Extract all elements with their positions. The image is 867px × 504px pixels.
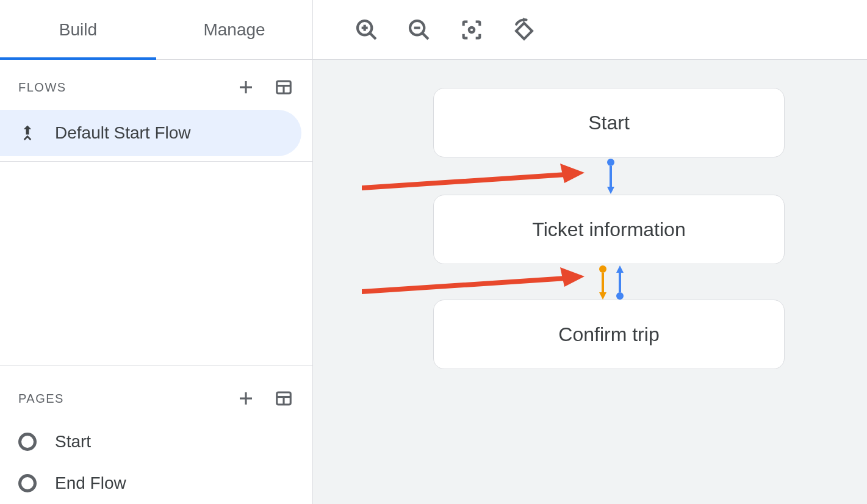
radio-icon [18, 433, 37, 451]
tab-manage-label: Manage [203, 20, 265, 40]
plus-icon [237, 389, 255, 408]
zoom-in-button[interactable] [353, 16, 380, 43]
add-page-button[interactable] [236, 388, 256, 409]
merge-icon [18, 124, 37, 142]
plus-icon [237, 78, 255, 96]
node-label: Confirm trip [558, 323, 659, 346]
svg-marker-21 [607, 187, 614, 194]
reset-rotation-button[interactable] [511, 16, 538, 43]
main-area: Build Manage FLOWS [0, 0, 867, 504]
svg-point-19 [607, 159, 614, 166]
pages-title: PAGES [18, 392, 64, 406]
connector-ticket-to-confirm-down [597, 264, 609, 301]
node-label: Start [588, 112, 630, 134]
page-item-end-flow[interactable]: End Flow [0, 463, 312, 504]
tabs: Build Manage [0, 0, 312, 60]
pages-header: PAGES [0, 371, 312, 421]
connector-start-to-ticket [605, 157, 617, 195]
sidebar: Build Manage FLOWS [0, 0, 313, 504]
svg-marker-31 [560, 267, 585, 287]
tab-manage[interactable]: Manage [156, 0, 312, 59]
tab-build[interactable]: Build [0, 0, 156, 59]
svg-point-27 [616, 292, 624, 300]
right-side: Start Ticket information Confirm trip [313, 0, 867, 504]
node-ticket-information[interactable]: Ticket information [433, 195, 785, 264]
canvas-toolbar [313, 0, 867, 60]
zoom-out-icon [407, 18, 431, 42]
pages-section: PAGES Start End Flow [0, 366, 312, 504]
annotation-arrow-1 [362, 164, 588, 200]
page-item-label: End Flow [55, 473, 126, 493]
flows-header: FLOWS [0, 60, 312, 110]
node-confirm-trip[interactable]: Confirm trip [433, 300, 785, 369]
add-flow-button[interactable] [236, 77, 256, 98]
svg-line-15 [422, 33, 428, 39]
table-icon [275, 78, 293, 96]
center-focus-icon [459, 18, 484, 42]
pages-table-button[interactable] [273, 388, 294, 409]
svg-point-22 [599, 265, 606, 273]
tab-build-label: Build [59, 20, 97, 40]
node-start[interactable]: Start [433, 88, 785, 157]
svg-marker-24 [599, 292, 606, 300]
table-icon [275, 389, 293, 408]
page-item-label: Start [55, 432, 91, 452]
annotation-arrow-2 [362, 267, 588, 304]
flows-title: FLOWS [18, 81, 67, 95]
connector-confirm-to-ticket-up [614, 264, 626, 301]
rotate-reset-icon [511, 16, 538, 43]
svg-point-17 [469, 27, 474, 32]
page-item-start[interactable]: Start [0, 421, 312, 463]
svg-line-30 [362, 278, 566, 292]
canvas[interactable]: Start Ticket information Confirm trip [313, 60, 867, 504]
zoom-out-button[interactable] [406, 16, 433, 43]
flows-actions [236, 77, 294, 98]
flows-table-button[interactable] [273, 77, 294, 98]
svg-line-28 [362, 175, 566, 188]
flows-section: FLOWS Default Start Flow [0, 60, 312, 162]
svg-marker-25 [616, 265, 624, 273]
svg-rect-18 [516, 23, 532, 38]
sidebar-spacer [0, 162, 312, 366]
svg-line-11 [370, 33, 376, 39]
radio-icon [18, 474, 37, 492]
svg-marker-29 [560, 164, 585, 183]
zoom-in-icon [354, 18, 379, 42]
node-label: Ticket information [532, 218, 685, 241]
pages-actions [236, 388, 294, 409]
flow-item-label: Default Start Flow [55, 123, 191, 143]
flow-item-default-start[interactable]: Default Start Flow [0, 110, 301, 156]
fit-view-button[interactable] [458, 16, 485, 43]
